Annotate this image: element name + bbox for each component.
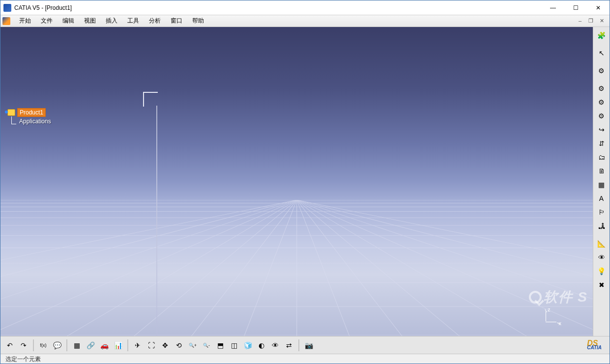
viewport-3d[interactable]: Product1 Applications z x 软件 S	[0, 27, 593, 336]
redo-icon[interactable]: ↷	[17, 339, 30, 352]
camera-icon[interactable]: 📷	[302, 339, 315, 352]
graph-tree-icon[interactable]: ⇵	[595, 137, 608, 150]
grid-icon[interactable]: ▦	[70, 339, 83, 352]
app-window: CATIA V5 - [Product1] — ☐ ✕ 开始 文件 编辑 视图 …	[0, 0, 610, 364]
bottom-toolbar: ↶↷f(x)💬▦🔗🚗📊✈⛶✥⟲🔍+🔍-⬒◫🧊◐👁⇄📷DSCATIA	[0, 336, 610, 354]
menu-file[interactable]: 文件	[36, 16, 58, 26]
doc-minimize-button[interactable]: –	[576, 18, 584, 24]
scene-icon[interactable]: 🏞	[595, 220, 608, 232]
close-button[interactable]: ✕	[587, 0, 610, 15]
right-toolbar: 🧩↖⚙⚙⚙⚙↪⇵🗂🗎▦A🏳🏞📐👁💡✖	[593, 27, 610, 336]
iso-view-icon[interactable]: 🧊	[241, 339, 254, 352]
app-icon	[3, 4, 11, 12]
separator	[33, 339, 34, 351]
link-icon[interactable]: 🔗	[84, 339, 97, 352]
vertical-guide	[156, 106, 157, 336]
normal-view-icon[interactable]: ⬒	[214, 339, 227, 352]
specification-tree[interactable]: Product1 Applications	[7, 108, 53, 126]
svg-line-18	[112, 200, 297, 336]
maximize-button[interactable]: ☐	[564, 0, 587, 15]
catia-logo: DSCATIA	[587, 341, 607, 350]
svg-line-24	[297, 200, 482, 336]
list-icon[interactable]: 📊	[112, 339, 124, 352]
formula-icon[interactable]: f(x)	[37, 339, 50, 352]
gear-list-icon[interactable]: ⚙	[595, 96, 608, 109]
catalog-icon[interactable]: 🗂	[595, 151, 608, 164]
measure-between-icon[interactable]: 📐	[595, 237, 608, 250]
axis-gizmo: z x	[541, 308, 559, 326]
ground-grid	[0, 200, 593, 336]
menu-edit[interactable]: 编辑	[58, 16, 79, 26]
tree-root[interactable]: Product1	[7, 108, 53, 117]
titlebar: CATIA V5 - [Product1] — ☐ ✕	[0, 0, 610, 15]
fly-icon[interactable]: ✈	[131, 339, 144, 352]
status-bar: 选定一个元素	[0, 354, 610, 364]
annotation-icon[interactable]: A	[595, 192, 608, 205]
car-icon[interactable]: 🚗	[98, 339, 111, 352]
bom-icon[interactable]: 🗎	[595, 165, 608, 177]
no-light-icon[interactable]: ✖	[595, 279, 608, 291]
undo-icon[interactable]: ↶	[3, 339, 16, 352]
select-cursor-gear-icon[interactable]: ⚙	[595, 64, 608, 77]
menu-insert[interactable]: 插入	[101, 16, 122, 26]
status-text: 选定一个元素	[5, 356, 41, 363]
rotate-icon[interactable]: ⟲	[173, 339, 185, 352]
swap-visible-icon[interactable]: ⇄	[283, 339, 295, 352]
separator	[298, 339, 299, 351]
axis-z-label: z	[548, 307, 551, 312]
svg-line-20	[237, 200, 297, 336]
menu-analyze[interactable]: 分析	[144, 16, 166, 26]
workbench-icon[interactable]: 🧩	[595, 29, 608, 42]
existing-component-icon[interactable]: ⚙	[595, 82, 608, 95]
product-icon	[7, 109, 15, 116]
zoom-in-icon[interactable]: 🔍+	[186, 339, 199, 352]
hide-show-icon[interactable]: 👁	[269, 339, 282, 352]
gear-box-icon[interactable]: ⚙	[595, 110, 608, 122]
zoom-out-icon[interactable]: 🔍-	[200, 339, 213, 352]
svg-line-25	[297, 200, 557, 336]
doc-close-button[interactable]: ✕	[598, 18, 606, 24]
axis-x-label: x	[559, 320, 562, 326]
menu-window[interactable]: 窗口	[166, 16, 187, 26]
tree-child-applications[interactable]: Applications	[7, 117, 53, 126]
light-bulb-icon[interactable]: 💡	[595, 265, 608, 278]
menu-start[interactable]: 开始	[14, 16, 36, 26]
svg-line-17	[36, 200, 296, 336]
fit-all-icon[interactable]: ⛶	[145, 339, 158, 352]
window-title: CATIA V5 - [Product1]	[14, 4, 72, 11]
svg-line-19	[177, 200, 296, 336]
visibility-icon[interactable]: 👁	[595, 251, 608, 264]
svg-line-22	[297, 200, 357, 336]
separator	[66, 339, 67, 351]
separator	[127, 339, 128, 351]
speech-icon[interactable]: 💬	[51, 339, 63, 352]
menu-brand-icon	[2, 17, 10, 25]
doc-restore-button[interactable]: ❐	[587, 18, 595, 24]
replace-icon[interactable]: ↪	[595, 123, 608, 136]
tree-root-label[interactable]: Product1	[17, 108, 46, 117]
minimize-button[interactable]: —	[542, 0, 564, 15]
svg-line-23	[297, 200, 416, 336]
select-arrow-icon[interactable]: ↖	[595, 47, 608, 59]
menu-help[interactable]: 帮助	[187, 16, 209, 26]
menu-view[interactable]: 视图	[79, 16, 101, 26]
selection-set-icon[interactable]: ▦	[595, 178, 608, 191]
pan-icon[interactable]: ✥	[159, 339, 172, 352]
menubar: 开始 文件 编辑 视图 插入 工具 分析 窗口 帮助 – ❐ ✕	[0, 15, 610, 27]
shading-icon[interactable]: ◐	[255, 339, 268, 352]
multi-view-icon[interactable]: ◫	[228, 339, 240, 352]
tree-child-label[interactable]: Applications	[17, 117, 53, 125]
frame-corner-icon	[143, 92, 158, 107]
flag-note-icon[interactable]: 🏳	[595, 206, 608, 219]
menu-tools[interactable]: 工具	[122, 16, 144, 26]
